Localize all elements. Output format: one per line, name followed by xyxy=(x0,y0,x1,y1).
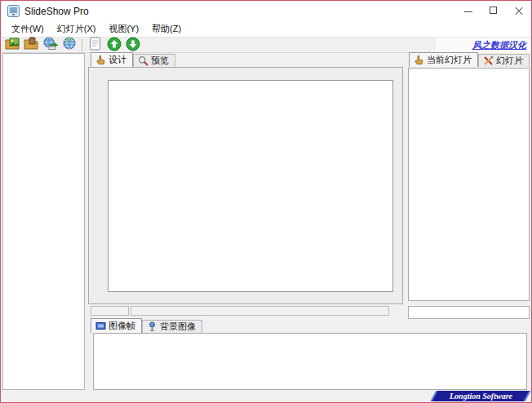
footer-bar: Longtion Software xyxy=(2,390,532,403)
tab-image-frames[interactable]: 图像帧 xyxy=(91,318,142,333)
up-arrow-icon xyxy=(107,37,122,54)
window-title: SlideShow Pro xyxy=(24,6,89,17)
browse-web-button[interactable] xyxy=(60,38,78,53)
publish-web-button[interactable] xyxy=(42,38,59,53)
tab-slides[interactable]: 幻灯片 xyxy=(478,54,530,67)
film-frame-icon xyxy=(95,321,106,331)
bottom-tabbar: 图像帧 背景图像 xyxy=(91,318,202,333)
globe-browse-icon xyxy=(62,37,77,53)
magnifier-icon xyxy=(138,55,149,66)
document-icon xyxy=(89,37,101,53)
tab-background-image[interactable]: 背景图像 xyxy=(142,320,202,333)
tab-preview[interactable]: 预览 xyxy=(133,54,175,67)
localization-link[interactable]: 风之数据汉化 xyxy=(472,39,526,51)
minimize-icon xyxy=(464,11,472,12)
folder-image-icon xyxy=(5,37,20,53)
app-icon xyxy=(7,5,20,17)
image-frames-box[interactable] xyxy=(93,333,527,390)
add-slide-button[interactable] xyxy=(86,38,104,53)
globe-publish-icon xyxy=(42,37,58,53)
maximize-icon xyxy=(490,7,497,14)
toolbar: 风之数据汉化 xyxy=(2,37,532,53)
menu-slideshow[interactable]: 幻灯片(X) xyxy=(51,21,103,37)
tab-current-slide[interactable]: 当前幻灯片 xyxy=(409,52,478,67)
slide-list-panel[interactable] xyxy=(2,53,85,390)
tab-design-label: 设计 xyxy=(109,54,126,66)
current-slide-list[interactable] xyxy=(408,68,530,301)
close-button[interactable] xyxy=(507,1,532,21)
status-cell-right xyxy=(131,306,389,316)
folder-open-icon xyxy=(24,37,39,53)
toolbar-separator xyxy=(82,39,82,51)
tab-design[interactable]: 设计 xyxy=(91,52,133,67)
brand-label: Longtion Software xyxy=(450,392,512,401)
tab-slides-label: 幻灯片 xyxy=(496,55,523,67)
hand-pointer-icon xyxy=(414,55,424,65)
minimize-button[interactable] xyxy=(456,1,481,21)
app-window: SlideShow Pro 文件(W) 幻灯片(X) 视图(Y) 帮助(Z) xyxy=(0,0,532,403)
down-arrow-icon xyxy=(126,37,140,54)
move-down-button[interactable] xyxy=(124,38,141,53)
slide-design-canvas[interactable] xyxy=(108,80,393,292)
picture-icon xyxy=(147,321,157,332)
open-project-button[interactable] xyxy=(23,38,40,53)
right-tabbar: 当前幻灯片 幻灯片 xyxy=(409,52,530,67)
tools-icon xyxy=(483,55,494,66)
title-bar: SlideShow Pro xyxy=(2,1,532,21)
status-cell-left xyxy=(91,306,129,316)
right-panel-field[interactable] xyxy=(408,306,530,319)
design-panel xyxy=(88,67,403,304)
window-controls xyxy=(456,1,532,21)
menu-file[interactable]: 文件(W) xyxy=(5,21,51,37)
tab-background-image-label: 背景图像 xyxy=(160,321,196,333)
add-images-button[interactable] xyxy=(4,38,21,53)
toolbar-right-area: 风之数据汉化 xyxy=(436,38,532,53)
move-up-button[interactable] xyxy=(105,38,122,53)
tab-image-frames-label: 图像帧 xyxy=(109,320,135,332)
maximize-button[interactable] xyxy=(481,1,507,21)
brand-banner: Longtion Software xyxy=(431,391,531,401)
menu-view[interactable]: 视图(Y) xyxy=(102,21,145,37)
menu-help[interactable]: 帮助(Z) xyxy=(145,21,188,37)
tab-current-slide-label: 当前幻灯片 xyxy=(427,54,472,66)
hand-pointer-icon xyxy=(95,55,106,65)
tab-preview-label: 预览 xyxy=(151,55,169,67)
design-tabbar: 设计 预览 xyxy=(91,52,175,67)
menu-bar: 文件(W) 幻灯片(X) 视图(Y) 帮助(Z) xyxy=(2,21,532,37)
